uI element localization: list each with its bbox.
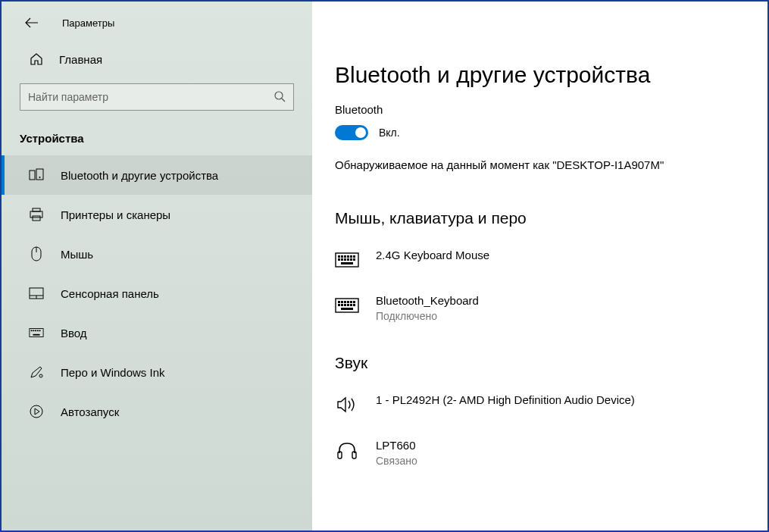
arrow-left-icon <box>25 17 39 28</box>
sidebar: Параметры Главная Устройства Bluetooth и… <box>2 2 312 530</box>
search-icon <box>274 90 286 105</box>
device-item[interactable]: Bluetooth_Keyboard Подключено <box>335 286 745 339</box>
device-item[interactable]: 2.4G Keyboard Mouse <box>335 241 745 286</box>
home-label: Главная <box>59 53 102 66</box>
keyboard-icon <box>29 325 44 340</box>
svg-rect-28 <box>338 258 340 261</box>
window-header: Параметры <box>2 8 312 41</box>
sidebar-item-label: Перо и Windows Ink <box>61 366 165 379</box>
section-input-heading: Мышь, клавиатура и перо <box>335 209 745 227</box>
svg-rect-41 <box>353 301 355 303</box>
svg-point-20 <box>30 405 42 418</box>
svg-rect-12 <box>30 329 43 337</box>
bluetooth-toggle-row: Вкл. <box>335 125 745 140</box>
speaker-icon <box>335 395 359 415</box>
back-button[interactable] <box>24 15 39 30</box>
svg-rect-47 <box>353 304 355 306</box>
svg-rect-27 <box>353 255 355 258</box>
svg-point-3 <box>39 177 41 178</box>
sidebar-item-label: Ввод <box>61 327 87 340</box>
sidebar-section-label: Устройства <box>2 124 312 155</box>
svg-rect-29 <box>341 258 343 261</box>
device-name: Bluetooth_Keyboard <box>376 294 479 307</box>
section-audio-heading: Звук <box>335 354 745 372</box>
devices-icon <box>29 167 44 183</box>
svg-rect-34 <box>341 262 353 264</box>
bluetooth-toggle[interactable] <box>335 125 368 140</box>
main-content: Bluetooth и другие устройства Bluetooth … <box>312 2 767 530</box>
sidebar-item-label: Мышь <box>61 248 93 261</box>
sidebar-item-pen[interactable]: Перо и Windows Ink <box>2 352 312 392</box>
app-title: Параметры <box>62 17 114 29</box>
svg-rect-32 <box>350 258 352 261</box>
sidebar-item-label: Автозапуск <box>61 405 119 418</box>
svg-rect-5 <box>30 211 42 217</box>
keyboard-icon <box>335 296 359 315</box>
svg-rect-14 <box>33 330 34 331</box>
svg-rect-48 <box>341 308 353 310</box>
svg-rect-17 <box>39 330 41 331</box>
device-name: 1 - PL2492H (2- AMD High Definition Audi… <box>376 393 635 406</box>
svg-rect-23 <box>341 255 343 258</box>
sidebar-item-label: Bluetooth и другие устройства <box>61 169 218 182</box>
device-name: 2.4G Keyboard Mouse <box>376 249 489 261</box>
svg-rect-24 <box>344 255 346 258</box>
svg-point-19 <box>39 374 42 377</box>
device-item[interactable]: 1 - PL2492H (2- AMD High Definition Audi… <box>335 386 745 431</box>
svg-rect-45 <box>347 304 349 306</box>
svg-rect-16 <box>37 330 39 331</box>
svg-rect-44 <box>344 304 346 306</box>
svg-rect-33 <box>353 258 355 261</box>
home-icon <box>29 52 44 67</box>
keyboard-icon <box>335 250 359 270</box>
svg-rect-25 <box>347 255 349 258</box>
svg-rect-22 <box>338 255 340 258</box>
search-input[interactable] <box>28 91 274 103</box>
sidebar-item-mouse[interactable]: Мышь <box>2 234 312 274</box>
device-status: Связано <box>376 455 417 467</box>
search-box[interactable] <box>20 83 294 111</box>
svg-rect-18 <box>33 334 39 336</box>
svg-rect-31 <box>347 258 349 261</box>
svg-rect-43 <box>341 304 343 306</box>
svg-rect-40 <box>350 301 352 303</box>
sidebar-item-label: Сенсорная панель <box>61 287 159 300</box>
sidebar-item-typing[interactable]: Ввод <box>2 313 312 352</box>
toggle-state-label: Вкл. <box>379 127 400 139</box>
svg-rect-38 <box>344 301 346 303</box>
printer-icon <box>29 207 44 222</box>
sidebar-item-printers[interactable]: Принтеры и сканеры <box>2 195 312 234</box>
device-status: Подключено <box>376 310 479 322</box>
mouse-icon <box>29 246 44 261</box>
svg-rect-26 <box>350 255 352 258</box>
sidebar-item-autoplay[interactable]: Автозапуск <box>2 392 312 431</box>
sidebar-item-label: Принтеры и сканеры <box>61 208 170 221</box>
toggle-knob <box>355 127 366 138</box>
svg-rect-4 <box>33 208 40 211</box>
svg-rect-37 <box>341 301 343 303</box>
headphones-icon <box>335 440 359 460</box>
sidebar-item-touchpad[interactable]: Сенсорная панель <box>2 274 312 313</box>
nav-home[interactable]: Главная <box>2 41 312 77</box>
device-name: LPT660 <box>376 439 417 452</box>
svg-rect-30 <box>344 258 346 261</box>
discoverable-text: Обнаруживаемое на данный момент как "DES… <box>335 158 745 171</box>
svg-rect-6 <box>33 216 40 221</box>
svg-rect-36 <box>338 301 340 303</box>
sidebar-item-bluetooth[interactable]: Bluetooth и другие устройства <box>2 155 312 195</box>
bluetooth-label: Bluetooth <box>335 103 745 116</box>
page-title: Bluetooth и другие устройства <box>335 62 745 88</box>
svg-rect-39 <box>347 301 349 303</box>
touchpad-icon <box>29 286 44 301</box>
svg-rect-42 <box>338 304 340 306</box>
svg-rect-15 <box>35 330 36 331</box>
svg-rect-46 <box>350 304 352 306</box>
svg-point-0 <box>275 92 283 99</box>
device-item[interactable]: LPT660 Связано <box>335 431 745 483</box>
svg-rect-1 <box>30 171 35 180</box>
pen-icon <box>29 365 44 380</box>
autoplay-icon <box>29 404 44 419</box>
svg-rect-13 <box>31 330 33 331</box>
